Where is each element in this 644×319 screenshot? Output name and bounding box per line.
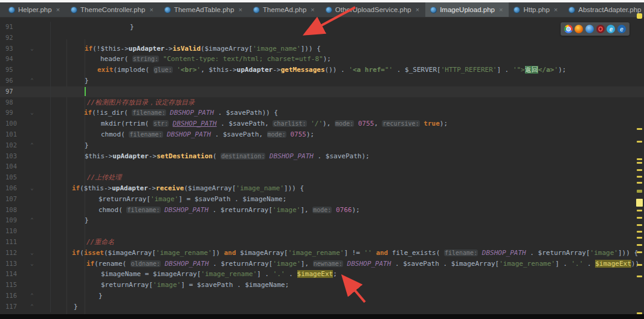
scrollbar-error-stripe[interactable] [636, 18, 644, 314]
code-text[interactable]: } [51, 215, 644, 226]
code-text[interactable]: if(isset($imageArray['image_rename']) an… [51, 248, 644, 259]
edge-browser-icon[interactable]: e [617, 25, 626, 33]
code-line-112[interactable]: 112⌄if(isset($imageArray['image_rename']… [0, 248, 644, 259]
error-stripe-mark[interactable] [637, 190, 642, 193]
error-stripe-mark[interactable] [637, 182, 642, 184]
code-line-108[interactable]: 108chmod( filename: DBSHOP_PATH . $retur… [0, 205, 644, 216]
code-text[interactable]: if(!$this->upAdapter->isValid($imageArra… [51, 44, 644, 54]
code-text[interactable]: } [51, 301, 644, 312]
tab-otheruploadservice-php[interactable]: OtherUploadService.php× [321, 2, 425, 17]
firefox-browser-icon[interactable] [575, 25, 583, 33]
error-stripe-mark[interactable] [637, 158, 642, 160]
code-line-106[interactable]: 106⌄if($this->upAdapter->receive($imageA… [0, 183, 644, 194]
error-stripe-mark[interactable] [637, 162, 642, 164]
safari-browser-icon[interactable] [585, 25, 594, 33]
code-text[interactable]: chmod( filename: DBSHOP_PATH . $savePath… [51, 129, 644, 140]
error-stripe-mark[interactable] [636, 199, 643, 207]
error-stripe-mark[interactable] [637, 231, 642, 233]
code-text[interactable]: //上传处理 [51, 172, 644, 183]
code-line-97[interactable]: 97 [0, 86, 644, 97]
code-line-109[interactable]: 109⌃} [0, 215, 644, 226]
code-line-96[interactable]: 96⌃} [0, 76, 644, 86]
error-stripe-mark[interactable] [637, 210, 642, 211]
code-text[interactable] [51, 226, 644, 237]
fold-marker-icon[interactable]: ⌃ [28, 291, 36, 301]
code-line-104[interactable]: 104 [0, 161, 644, 172]
error-stripe-mark[interactable] [637, 176, 642, 178]
code-text[interactable]: header( string: "Content-type: text/html… [51, 54, 644, 65]
chrome-browser-icon[interactable] [564, 25, 573, 33]
code-line-117[interactable]: 117⌃} [0, 301, 644, 312]
code-line-92[interactable]: 92 [0, 33, 644, 44]
code-line-101[interactable]: 101chmod( filename: DBSHOP_PATH . $saveP… [0, 129, 644, 140]
code-text[interactable]: $returnArray['image'] = $savePath . $ima… [51, 194, 644, 205]
code-line-111[interactable]: 111//重命名 [0, 237, 644, 248]
code-text[interactable]: $this->upAdapter->setDestination( destin… [51, 151, 644, 162]
ie-browser-icon[interactable]: e [607, 25, 615, 33]
fold-marker-icon[interactable]: ⌄ [28, 44, 36, 54]
code-text[interactable]: //检测图片存放目录，设定存放目录 [51, 97, 644, 108]
fold-marker-icon[interactable]: ⌄ [28, 259, 36, 269]
code-line-98[interactable]: 98//检测图片存放目录，设定存放目录 [0, 97, 644, 108]
code-line-95[interactable]: 95exit(implode( glue: '<br>', $this->upA… [0, 65, 644, 76]
code-text[interactable]: chmod( filename: DBSHOP_PATH . $returnAr… [51, 205, 644, 216]
code-line-102[interactable]: 102⌃} [0, 140, 644, 151]
code-text[interactable]: } [51, 140, 644, 151]
fold-marker-icon[interactable]: ⌃ [28, 215, 36, 226]
code-text[interactable]: if(rename( oldname: DBSHOP_PATH . $retur… [51, 259, 644, 269]
tab-http-php[interactable]: Http.php× [509, 2, 564, 17]
tab-imageupload-php[interactable]: ImageUpload.php× [425, 2, 509, 17]
code-text[interactable]: } [51, 76, 644, 86]
code-text[interactable]: //重命名 [51, 237, 644, 248]
tab-close-icon[interactable]: × [499, 6, 503, 13]
code-line-100[interactable]: 100mkdir(rtrim( str: DBSHOP_PATH . $save… [0, 118, 644, 129]
fold-marker-icon[interactable]: ⌃ [28, 76, 36, 86]
inspection-status-indicator[interactable] [637, 13, 642, 19]
code-text[interactable]: mkdir(rtrim( str: DBSHOP_PATH . $savePat… [51, 118, 644, 129]
error-stripe-mark[interactable] [637, 276, 642, 277]
error-stripe-mark[interactable] [637, 237, 642, 239]
tab-themecontroller-php[interactable]: ThemeController.php× [66, 2, 159, 17]
code-text[interactable]: exit(implode( glue: '<br>', $this->upAda… [51, 65, 644, 76]
code-line-110[interactable]: 110 [0, 226, 644, 237]
code-text[interactable] [51, 161, 644, 172]
fold-marker-icon[interactable]: ⌄ [28, 108, 36, 118]
code-text[interactable]: } [51, 22, 644, 33]
tab-themeadtable-php[interactable]: ThemeAdTable.php× [159, 2, 248, 17]
error-stripe-mark[interactable] [637, 169, 642, 171]
tab-abstractadapter-php[interactable]: AbstractAdapter.php× [564, 2, 644, 17]
tab-close-icon[interactable]: × [56, 6, 60, 13]
error-stripe-mark[interactable] [637, 244, 642, 246]
code-line-105[interactable]: 105//上传处理 [0, 172, 644, 183]
tab-close-icon[interactable]: × [554, 6, 558, 13]
error-stripe-mark[interactable] [637, 264, 642, 266]
code-editor[interactable]: 91}9293⌄if(!$this->upAdapter->isValid($i… [0, 18, 644, 314]
code-text[interactable]: if($this->upAdapter->receive($imageArray… [51, 183, 644, 194]
code-line-115[interactable]: 115$returnArray['image'] = $savePath . $… [0, 280, 644, 291]
error-stripe-mark[interactable] [637, 141, 642, 143]
opera-browser-icon[interactable]: O [596, 25, 605, 33]
error-stripe-mark[interactable] [637, 217, 642, 219]
tab-themead-php[interactable]: ThemeAd.php× [248, 2, 321, 17]
code-line-116[interactable]: 116⌃} [0, 291, 644, 301]
code-text[interactable]: $imageName = $imageArray['image_rename']… [51, 269, 644, 280]
code-line-91[interactable]: 91} [0, 22, 644, 33]
error-stripe-mark[interactable] [637, 251, 642, 253]
code-text[interactable] [51, 86, 644, 97]
code-text[interactable]: } [51, 291, 644, 301]
tab-close-icon[interactable]: × [149, 6, 153, 13]
fold-marker-icon[interactable]: ⌄ [28, 248, 36, 259]
fold-marker-icon[interactable]: ⌃ [28, 140, 36, 151]
fold-marker-icon[interactable]: ⌄ [28, 183, 36, 194]
code-text[interactable]: if(!is_dir( filename: DBSHOP_PATH . $sav… [51, 108, 644, 118]
tab-close-icon[interactable]: × [239, 6, 242, 13]
fold-marker-icon[interactable]: ⌃ [28, 301, 36, 312]
code-line-113[interactable]: 113⌄if(rename( oldname: DBSHOP_PATH . $r… [0, 259, 644, 269]
code-text[interactable]: $returnArray['image'] = $savePath . $ima… [51, 280, 644, 291]
code-line-103[interactable]: 103$this->upAdapter->setDestination( des… [0, 151, 644, 162]
tab-close-icon[interactable]: × [416, 6, 419, 13]
code-line-114[interactable]: 114$imageName = $imageArray['image_renam… [0, 269, 644, 280]
code-text[interactable] [51, 33, 644, 44]
tab-helper-php[interactable]: Helper.php× [4, 2, 66, 17]
code-line-99[interactable]: 99⌄if(!is_dir( filename: DBSHOP_PATH . $… [0, 108, 644, 118]
